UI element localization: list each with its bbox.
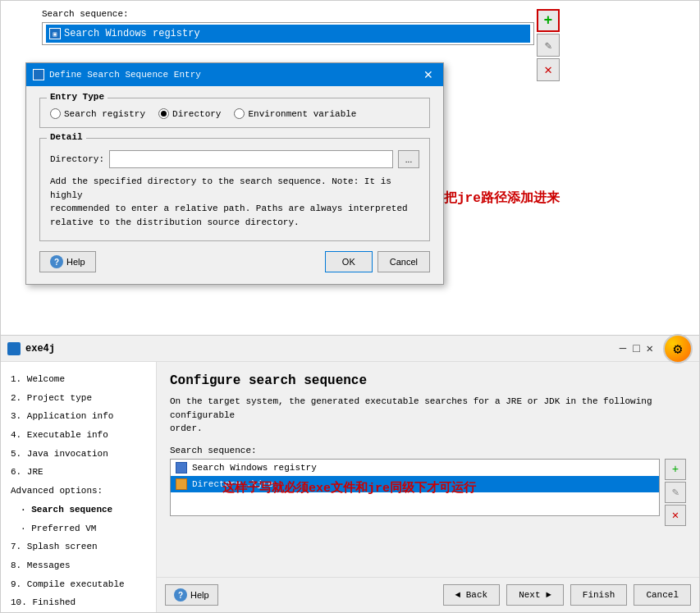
close-button-window[interactable]: ✕ [647,341,653,355]
dialog-title-left: Define Search Sequence Entry [33,69,201,80]
annotation-add-jre: 把jre路径添加进来 [444,190,560,207]
search-sequence-list-top: ▣ Search Windows registry [42,22,534,45]
page-description: On the target system, the generated exec… [170,395,686,436]
radio-circle-directory [158,108,169,119]
directory-field-label: Directory: [50,154,104,164]
radio-label-registry: Search registry [64,109,145,119]
help-button-dialog[interactable]: ? Help [39,251,96,272]
sidebar-item-messages[interactable]: 8. Messages [7,556,149,575]
detail-label: Detail [47,132,86,142]
radio-search-registry[interactable]: Search registry [50,108,145,119]
next-button[interactable]: Next ► [506,584,564,606]
help-button-bottom[interactable]: ? Help [165,584,218,606]
entry-type-group: Entry Type Search registry Directory Env… [39,98,430,128]
edit-button-top[interactable]: ✎ [537,34,560,57]
top-panel: Search sequence: ▣ Search Windows regist… [0,0,700,336]
sidebar-item-search-sequence[interactable]: · Search sequence [7,501,149,519]
toolbar-buttons-top: + ✎ ✕ [537,9,560,81]
detail-group: Detail Directory: ... Add the specified … [39,138,430,241]
search-registry-label-top: Search Windows registry [64,28,200,39]
directory-input[interactable] [109,150,393,168]
help-icon-dialog: ? [50,255,63,268]
seq-registry-icon [176,462,187,473]
exe4j-window: exe4j ─ □ ✕ ⚙ 1. Welcome 2. Project type… [0,335,700,613]
main-content: Configure search sequence On the target … [157,362,699,577]
cancel-button-dialog[interactable]: Cancel [377,251,430,272]
exe4j-icon [7,342,21,355]
annotation-same-level: 这样子写就必须exe文件和jre同级下才可运行 [222,480,476,496]
sidebar-item-preferred-vm[interactable]: · Preferred VM [7,519,149,538]
radio-circle-registry [50,108,61,119]
define-search-dialog: Define Search Sequence Entry ✕ Entry Typ… [25,62,444,285]
minimize-button[interactable]: ─ [620,342,626,355]
sidebar-item-project-type[interactable]: 2. Project type [7,389,149,408]
cancel-button-bottom[interactable]: Cancel [634,584,691,606]
window-controls: ─ □ ✕ [620,341,653,355]
window-title-left: exe4j [7,342,55,355]
maximize-button[interactable]: □ [633,342,639,355]
directory-row: Directory: ... [50,150,419,168]
dialog-buttons: ? Help OK Cancel [39,251,430,272]
registry-icon-top: ▣ [49,28,61,39]
sidebar-item-splash[interactable]: 7. Splash screen [7,538,149,556]
bottom-bar: ? Help ◄ Back Next ► Finish Cancel [157,577,699,612]
radio-directory[interactable]: Directory [158,108,221,119]
window-titlebar: exe4j ─ □ ✕ ⚙ [1,336,699,362]
search-sequence-top: Search sequence: ▣ Search Windows regist… [42,9,583,45]
radio-circle-env [234,108,245,119]
dialog-titlebar: Define Search Sequence Entry ✕ [26,63,443,86]
add-button-bottom[interactable]: + [665,459,686,480]
radio-label-env: Environment variable [248,109,356,119]
main-layout: 1. Welcome 2. Project type 3. Applicatio… [1,362,699,612]
sidebar-item-exe-info[interactable]: 4. Executable info [7,426,149,445]
seq-dir-icon [176,478,187,490]
radio-group: Search registry Directory Environment va… [50,108,419,119]
ok-button[interactable]: OK [325,251,373,272]
radio-env-variable[interactable]: Environment variable [234,108,356,119]
dialog-content: Entry Type Search registry Directory Env… [26,86,443,284]
delete-button-bottom[interactable]: ✕ [665,505,686,526]
help-label-dialog: Help [66,257,85,267]
dialog-close-button[interactable]: ✕ [420,66,437,83]
detail-hint: Add the specified directory to the searc… [50,175,419,229]
exe4j-logo: ⚙ [663,334,693,364]
search-registry-item-top[interactable]: ▣ Search Windows registry [46,25,530,43]
delete-button-top[interactable]: ✕ [537,58,560,81]
seq-item-registry[interactable]: Search Windows registry [171,460,659,476]
sidebar-item-java-invocation[interactable]: 5. Java invocation [7,445,149,464]
entry-type-label: Entry Type [47,92,108,102]
sidebar-item-advanced: Advanced options: [7,482,149,501]
content-area: Configure search sequence On the target … [157,362,699,612]
dialog-icon [33,69,44,80]
sidebar-item-welcome[interactable]: 1. Welcome [7,370,149,389]
browse-button[interactable]: ... [398,150,419,168]
btn-group-right: OK Cancel [325,251,430,272]
search-sequence-label: Search sequence: [42,9,583,19]
dialog-title-text: Define Search Sequence Entry [49,70,201,80]
radio-label-directory: Directory [172,109,221,119]
sidebar-item-compile[interactable]: 9. Compile executable [7,575,149,594]
page-title: Configure search sequence [170,373,686,388]
seq-registry-label: Search Windows registry [192,463,317,473]
help-icon-bottom: ? [174,588,187,602]
toolbar-buttons-bottom: + ✎ ✕ [665,459,686,526]
sidebar-item-finished[interactable]: 10. Finished [7,593,149,612]
back-button[interactable]: ◄ Back [443,584,501,606]
sidebar-item-jre[interactable]: 6. JRE [7,463,149,482]
search-seq-label: Search sequence: [170,446,686,455]
edit-button-bottom[interactable]: ✎ [665,482,686,503]
sidebar-item-app-info[interactable]: 3. Application info [7,407,149,426]
help-label-bottom: Help [190,590,209,600]
finish-button[interactable]: Finish [570,584,628,606]
window-title: exe4j [25,343,55,355]
add-button-top[interactable]: + [537,9,560,32]
sidebar: 1. Welcome 2. Project type 3. Applicatio… [1,362,157,612]
